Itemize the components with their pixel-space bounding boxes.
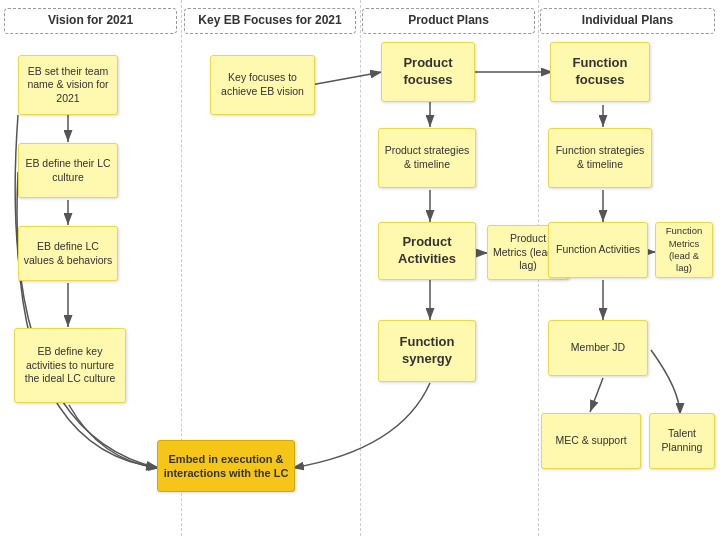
card-function-activities: Function Activities <box>548 222 648 278</box>
card-talent-planning: Talent Planning <box>649 413 715 469</box>
svg-line-4 <box>311 72 382 85</box>
card-eb-key-activities: EB define key activities to nurture the … <box>14 328 126 403</box>
card-mec-support: MEC & support <box>541 413 641 469</box>
card-function-strategies: Function strategies & timeline <box>548 128 652 188</box>
col-divider-2 <box>360 0 361 536</box>
card-product-strategies: Product strategies & timeline <box>378 128 476 188</box>
card-function-metrics: Function Metrics (lead & lag) <box>655 222 713 278</box>
col-header-eb-focuses: Key EB Focuses for 2021 <box>184 8 356 34</box>
col-header-vision: Vision for 2021 <box>4 8 177 34</box>
card-eb-team-name: EB set their team name & vision for 2021 <box>18 55 118 115</box>
col-header-product-plans: Product Plans <box>362 8 535 34</box>
card-member-jd: Member JD <box>548 320 648 376</box>
card-product-focuses: Product focuses <box>381 42 475 102</box>
card-key-focuses: Key focuses to achieve EB vision <box>210 55 315 115</box>
svg-line-14 <box>590 378 603 412</box>
diagram-container: Vision for 2021 Key EB Focuses for 2021 … <box>0 0 720 536</box>
col-header-individual-plans: Individual Plans <box>540 8 715 34</box>
card-function-focuses: Function focuses <box>550 42 650 102</box>
card-eb-lc-culture: EB define their LC culture <box>18 143 118 198</box>
card-eb-lc-values: EB define LC values & behaviors <box>18 226 118 281</box>
card-product-activities: Product Activities <box>378 222 476 280</box>
card-function-synergy: Function synergy <box>378 320 476 382</box>
card-embed-execution: Embed in execution & interactions with t… <box>157 440 295 492</box>
